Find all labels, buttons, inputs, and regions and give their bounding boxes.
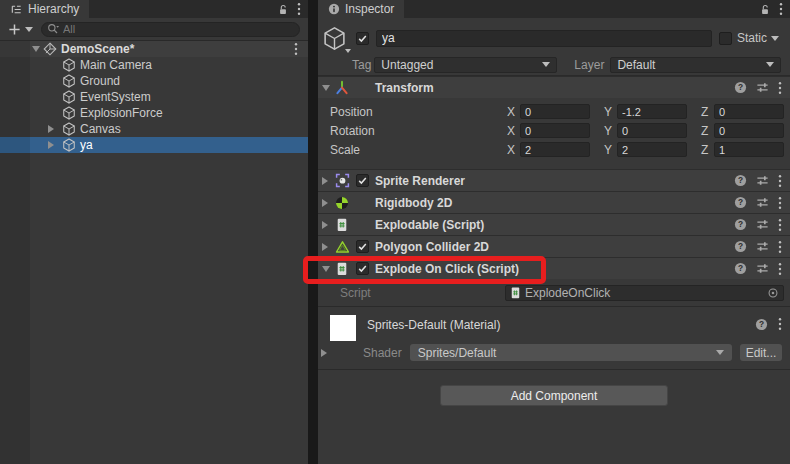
script-property-label: Script <box>340 286 505 300</box>
tab-hierarchy[interactable]: Hierarchy <box>0 0 89 18</box>
help-icon[interactable]: ? <box>734 218 747 231</box>
add-component-button[interactable]: Add Component <box>440 385 668 406</box>
preset-icon[interactable] <box>756 174 769 187</box>
expand-arrow-icon[interactable] <box>322 266 330 272</box>
hierarchy-item-canvas[interactable]: Canvas <box>0 121 308 137</box>
kebab-menu-icon[interactable] <box>779 2 783 16</box>
rotation-x-input[interactable] <box>520 123 590 138</box>
tag-dropdown[interactable]: Untagged <box>374 57 557 73</box>
scale-z-input[interactable] <box>714 142 784 157</box>
preset-icon[interactable] <box>756 240 769 253</box>
component-header-polygon-collider-2d[interactable]: Polygon Collider 2D ? <box>318 235 790 257</box>
help-icon[interactable]: ? <box>734 174 747 187</box>
gameobject-name-input[interactable] <box>376 30 712 47</box>
static-dropdown-icon[interactable] <box>771 36 779 41</box>
transform-body: Position X Y Z Rotation X Y <box>318 98 790 169</box>
transform-icon <box>334 80 350 96</box>
gameobject-icon-button[interactable] <box>321 25 348 51</box>
gameobject-active-checkbox[interactable] <box>356 32 369 45</box>
component-enabled-checkbox[interactable] <box>356 262 369 275</box>
scale-y-input[interactable] <box>617 142 687 157</box>
hierarchy-search[interactable] <box>41 22 300 37</box>
position-x-input[interactable] <box>520 104 590 119</box>
position-y-input[interactable] <box>617 104 687 119</box>
cube-icon <box>322 26 347 51</box>
preset-icon[interactable] <box>756 196 769 209</box>
add-object-dropdown-icon[interactable] <box>25 27 33 32</box>
hierarchy-search-input[interactable] <box>63 23 294 35</box>
rigidbody2d-icon <box>334 195 350 211</box>
preset-icon[interactable] <box>756 81 769 94</box>
kebab-menu-icon[interactable] <box>778 196 782 210</box>
help-icon[interactable]: ? <box>755 318 768 331</box>
hierarchy-item-ground[interactable]: Ground <box>0 73 308 89</box>
static-label: Static <box>737 31 767 45</box>
cube-icon <box>62 74 76 88</box>
add-object-button[interactable] <box>8 23 21 36</box>
kebab-menu-icon[interactable] <box>778 174 782 188</box>
rotation-z-input[interactable] <box>714 123 784 138</box>
preset-icon[interactable] <box>756 218 769 231</box>
kebab-menu-icon[interactable] <box>778 262 782 276</box>
expand-arrow-icon[interactable] <box>322 177 328 185</box>
component-header-rigidbody-2d[interactable]: Rigidbody 2D ? <box>318 191 790 213</box>
component-enabled-checkbox[interactable] <box>356 240 369 253</box>
position-z-input[interactable] <box>714 104 784 119</box>
hierarchy-item-eventsystem[interactable]: EventSystem <box>0 89 308 105</box>
script-object-field[interactable]: ExplodeOnClick <box>505 285 784 301</box>
help-icon[interactable]: ? <box>734 81 747 94</box>
inspector-tab-label: Inspector <box>345 2 394 16</box>
scene-expand-arrow-icon[interactable] <box>32 46 40 52</box>
scene-kebab-icon[interactable] <box>294 42 298 56</box>
component-enabled-checkbox[interactable] <box>356 174 369 187</box>
shader-dropdown[interactable]: Sprites/Default <box>410 344 732 361</box>
hierarchy-item-main-camera[interactable]: Main Camera <box>0 57 308 73</box>
expand-arrow-icon[interactable] <box>48 125 54 133</box>
expand-arrow-icon[interactable] <box>322 85 330 91</box>
shader-label: Shader <box>363 346 402 360</box>
kebab-menu-icon[interactable] <box>778 81 782 95</box>
expand-arrow-icon[interactable] <box>322 221 328 229</box>
preset-icon[interactable] <box>756 262 769 275</box>
static-checkbox[interactable] <box>719 32 732 45</box>
component-title: Explodable (Script) <box>375 218 484 232</box>
component-header-transform[interactable]: Transform ? <box>318 76 790 98</box>
help-icon[interactable]: ? <box>734 240 747 253</box>
kebab-menu-icon[interactable] <box>778 317 782 331</box>
component-header-explode-on-click-script[interactable]: Explode On Click (Script) ? <box>318 257 790 279</box>
hierarchy-item-label: Ground <box>80 74 120 88</box>
tab-inspector[interactable]: Inspector <box>318 0 404 18</box>
hierarchy-item-explosionforce[interactable]: ExplosionForce <box>0 105 308 121</box>
lock-icon[interactable] <box>759 3 771 16</box>
component-header-explodable-script[interactable]: Explodable (Script) ? <box>318 213 790 235</box>
scene-row[interactable]: DemoScene* <box>0 41 308 57</box>
expand-arrow-icon[interactable] <box>48 141 54 149</box>
kebab-menu-icon[interactable] <box>297 2 301 16</box>
expand-arrow-icon[interactable] <box>322 199 328 207</box>
help-icon[interactable]: ? <box>734 196 747 209</box>
kebab-menu-icon[interactable] <box>778 240 782 254</box>
layer-label: Layer <box>574 58 604 72</box>
kebab-menu-icon[interactable] <box>778 218 782 232</box>
hierarchy-item-label: Canvas <box>80 122 121 136</box>
transform-title: Transform <box>375 81 434 95</box>
scale-x-input[interactable] <box>520 142 590 157</box>
material-section: Sprites-Default (Material) ? Shader Spri… <box>318 307 790 370</box>
transform-row-label: Position <box>330 105 507 119</box>
gameobject-header: Static Tag Untagged Layer Default <box>318 18 790 76</box>
material-expand-arrow-icon[interactable] <box>321 349 327 357</box>
help-icon[interactable]: ? <box>734 262 747 275</box>
layer-dropdown[interactable]: Default <box>610 57 781 73</box>
component-header-sprite-renderer[interactable]: Sprite Renderer ? <box>318 169 790 191</box>
rotation-y-input[interactable] <box>617 123 687 138</box>
axis-label: X <box>507 105 516 119</box>
hierarchy-item-ya[interactable]: ya <box>0 137 308 153</box>
expand-arrow-icon[interactable] <box>322 243 328 251</box>
axis-label: Z <box>701 105 710 119</box>
svg-text:?: ? <box>738 219 743 229</box>
cube-icon <box>62 90 76 104</box>
lock-icon[interactable] <box>277 3 289 16</box>
object-picker-icon[interactable] <box>767 287 779 299</box>
edit-shader-button[interactable]: Edit... <box>740 344 782 361</box>
svg-text:?: ? <box>759 319 764 329</box>
